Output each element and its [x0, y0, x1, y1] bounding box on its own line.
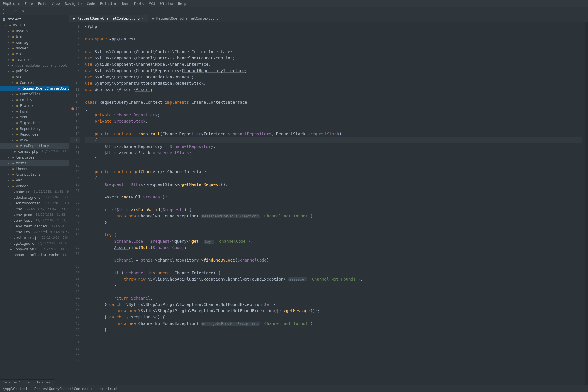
tree-item[interactable]: ▸▪node_modules library root — [0, 63, 69, 68]
chevron-icon[interactable]: ▸ — [12, 120, 14, 125]
tree-item[interactable]: ▸▪public — [0, 68, 69, 74]
code-line[interactable]: $this->channelRepository = $channelRepos… — [85, 143, 582, 150]
tree-item[interactable]: ·.gitignore20/12/2018, 932 B — [0, 241, 69, 246]
tree-item[interactable]: ▸▪ViewRepository — [0, 143, 69, 149]
line-number[interactable]: 4 — [70, 42, 80, 49]
code-line[interactable] — [85, 200, 582, 206]
line-number[interactable]: 44 — [70, 295, 80, 301]
menu-item[interactable]: Refactor — [100, 2, 117, 6]
tree-item[interactable]: ▸▪vendor — [0, 183, 69, 189]
tree-item[interactable]: ▸▪Controller — [0, 91, 69, 97]
tree-item[interactable]: ◆Kernel.php18/12/2018, 23:08, 4.28 kB — [0, 149, 69, 155]
menu-item[interactable]: Tools — [134, 2, 144, 6]
code-line[interactable]: private $channelRepository; — [85, 112, 582, 118]
close-icon[interactable]: × — [221, 17, 223, 20]
line-number[interactable]: 41 — [70, 276, 80, 282]
line-number[interactable]: 3 — [70, 36, 80, 42]
line-number[interactable]: 32 — [70, 219, 80, 225]
code-line[interactable]: throw new ChannelNotFoundException( mess… — [85, 213, 582, 219]
line-gutter[interactable]: 1234567891011121314151617181920212223242… — [69, 22, 82, 385]
line-number[interactable]: 35 — [70, 238, 80, 244]
tree-item[interactable]: ▸▪config — [0, 40, 69, 45]
chevron-icon[interactable]: ▸ — [8, 184, 10, 189]
code-line[interactable]: try { — [85, 232, 582, 238]
line-number[interactable]: 42 — [70, 282, 80, 289]
chevron-icon[interactable]: ▸ — [12, 103, 14, 108]
line-number[interactable]: 39 — [70, 263, 80, 270]
code-line[interactable] — [85, 289, 582, 295]
chevron-icon[interactable]: ▸ — [8, 172, 10, 177]
code-line[interactable]: throw new \Sylius\ShopApiPlugin\Exceptio… — [85, 276, 582, 282]
line-number[interactable]: 7 — [70, 61, 80, 67]
tree-item[interactable]: ▸▪features — [0, 57, 69, 63]
tree-item[interactable]: ▸▪etc — [0, 51, 69, 57]
code-line[interactable] — [85, 188, 582, 194]
tree-item[interactable]: ·phpunit.xml.dist.cache18/12/2018, 14:01… — [0, 252, 69, 258]
tree-item[interactable]: ▸▪View — [0, 137, 69, 143]
menu-item[interactable]: Run — [122, 2, 128, 6]
chevron-icon[interactable]: ▸ — [8, 51, 10, 57]
code-line[interactable]: use Symfony\Component\HttpFoundation\Req… — [85, 80, 582, 86]
line-number[interactable]: 8 — [70, 67, 80, 74]
code-line[interactable]: use Sylius\Component\Channel\Repository\… — [85, 67, 582, 74]
code-line[interactable]: } — [85, 282, 582, 289]
code-line[interactable]: class RequestQueryChannelContext impleme… — [85, 99, 582, 105]
code-line[interactable] — [85, 251, 582, 257]
line-number[interactable]: 51 — [70, 339, 80, 345]
line-number[interactable]: 10 — [70, 80, 80, 86]
line-number[interactable]: 2 — [70, 30, 80, 36]
tree-item[interactable]: ·.babelrc01/12/2018, 21:08, 208 B · Toda… — [0, 189, 69, 195]
code-line[interactable]: $channelCode = $request->query->get( key… — [85, 238, 582, 244]
code-line[interactable]: Assert::notNull($request); — [85, 194, 582, 200]
chevron-icon[interactable]: ▸ — [12, 92, 14, 97]
line-number[interactable]: 43 — [70, 289, 80, 295]
code-line[interactable] — [85, 42, 582, 49]
line-number[interactable]: 47 — [70, 314, 80, 320]
tree-item[interactable]: ▸▪Menu — [0, 114, 69, 120]
chevron-icon[interactable]: ▸ — [8, 34, 10, 39]
menu-item[interactable]: Window — [160, 2, 173, 6]
menu-item[interactable]: View — [52, 2, 60, 6]
code-line[interactable]: return $channel; — [85, 295, 582, 301]
menu-item[interactable]: Code — [87, 2, 95, 6]
chevron-icon[interactable]: ▸ — [8, 46, 10, 51]
chevron-icon[interactable]: ▸ — [8, 69, 10, 74]
code-line[interactable]: private $requestStack; — [85, 118, 582, 124]
tree-item[interactable]: ·.editorconfig20/11/2018, 1:07 kB — [0, 200, 69, 206]
line-number[interactable]: 19 — [70, 137, 80, 143]
breadcrumbs[interactable]: \App\Context › RequestQueryChannelContex… — [0, 385, 588, 392]
line-number[interactable]: 27 — [70, 188, 80, 194]
code-line[interactable]: use Webmozart\Assert\Assert; — [85, 86, 582, 93]
chevron-icon[interactable]: ▾ — [8, 74, 10, 80]
breadcrumb-item[interactable]: __construct() — [95, 387, 122, 391]
code-line[interactable]: namespace App\Context; — [85, 36, 582, 42]
tree-item[interactable]: ·.env.test18/12/2018, 01:03, 243 B — [0, 218, 69, 223]
line-number[interactable]: 6 — [70, 55, 80, 61]
line-number[interactable]: 54 — [70, 358, 80, 364]
tree-item[interactable]: ▸▪docker — [0, 45, 69, 51]
nav-back-forward-icon[interactable]: « » — [2, 9, 6, 13]
tree-item[interactable]: ▾▪Context — [0, 80, 69, 86]
code-content[interactable]: <?phpnamespace App\Context;use Sylius\Co… — [82, 22, 585, 385]
tree-item[interactable]: ▾▪src — [0, 74, 69, 80]
tree-item[interactable]: ▸▪bin — [0, 34, 69, 40]
menu-item[interactable]: Edit — [38, 2, 47, 6]
tree-item[interactable]: ▸▪assets — [0, 28, 69, 34]
tree-item[interactable]: ·.dockerignore18/12/2018, 21:03, 381 B — [0, 195, 69, 200]
menu-item[interactable]: Navigate — [65, 2, 82, 6]
code-line[interactable] — [85, 162, 582, 169]
code-line[interactable]: use Sylius\Component\Channel\Model\Chann… — [85, 61, 582, 67]
code-line[interactable]: use Sylius\Component\Channel\Context\Cha… — [85, 55, 582, 61]
code-line[interactable]: $request = $this->requestStack->getMaste… — [85, 181, 582, 188]
tree-item[interactable]: ▾▪sylius — [0, 22, 69, 28]
line-number[interactable]: 23 — [70, 162, 80, 169]
line-number[interactable]: 5 — [70, 49, 80, 55]
code-editor[interactable]: 1234567891011121314151617181920212223242… — [69, 22, 588, 385]
line-number[interactable]: 36 — [70, 244, 80, 251]
tree-item[interactable]: ▸▪translations — [0, 172, 69, 177]
code-line[interactable]: use Sylius\Component\Channel\Context\Cha… — [85, 49, 582, 55]
tool-tab-version-control[interactable]: Version Control — [3, 381, 32, 384]
tree-item[interactable]: ·.env.test_cached01/12/2018, 01:03, 326 … — [0, 229, 69, 235]
tree-item[interactable]: ·.env12/12/2018, 15:18, 1.84 kB 14/12/20… — [0, 206, 69, 212]
tree-item[interactable]: ▸▪Form — [0, 109, 69, 114]
